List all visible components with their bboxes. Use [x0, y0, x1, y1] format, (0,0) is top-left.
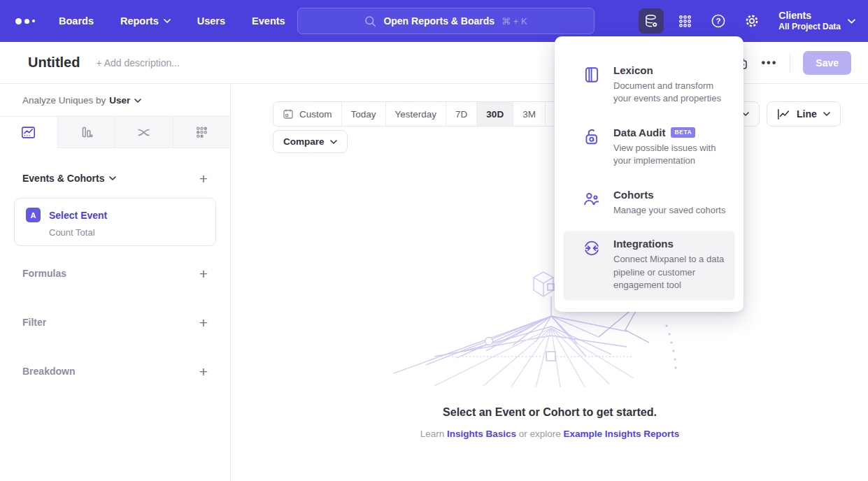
range-3m-label: 3M: [522, 109, 536, 120]
nav-item-users[interactable]: Users: [197, 15, 225, 27]
apps-grid-button[interactable]: [672, 8, 697, 34]
analyze-value: User: [109, 95, 130, 106]
header-divider: [790, 54, 790, 72]
section-breakdown: Breakdown +: [0, 347, 230, 396]
data-management-button[interactable]: [639, 8, 664, 34]
filter-label: Filter: [22, 317, 46, 328]
chevron-down-icon: [109, 176, 116, 180]
database-gear-icon: [643, 13, 660, 29]
range-7d-label: 7D: [455, 109, 467, 120]
tab-flow-chart[interactable]: [115, 117, 173, 148]
range-7d[interactable]: 7D: [446, 102, 476, 126]
project-switcher[interactable]: Clients All Project Data: [778, 10, 855, 33]
events-cohorts-label: Events & Cohorts: [22, 173, 104, 184]
menu-item-data-audit[interactable]: Data Audit BETA View possible issues wit…: [563, 120, 735, 176]
insights-basics-link[interactable]: Insights Basics: [447, 429, 516, 439]
mixpanel-logo[interactable]: [15, 18, 43, 24]
search-shortcut: ⌘ + K: [501, 16, 527, 27]
line-chart-tab-icon: [21, 125, 36, 140]
chevron-down-icon: [330, 140, 337, 144]
or-explore-text: or explore: [519, 429, 561, 439]
gear-icon: [744, 13, 760, 29]
chart-type-tabs: [0, 116, 230, 148]
data-audit-title: Data Audit: [613, 127, 665, 138]
tab-scatter-chart[interactable]: [173, 117, 231, 148]
insights-report-page: Boards Reports Users Events Open Reports…: [0, 0, 868, 481]
range-custom-label: Custom: [299, 109, 332, 120]
more-options-button[interactable]: •••: [761, 59, 777, 66]
settings-button[interactable]: [739, 8, 764, 34]
breakdown-label: Breakdown: [22, 366, 75, 377]
select-event-label[interactable]: Select Event: [49, 210, 107, 221]
events-cohorts-toggle[interactable]: Events & Cohorts: [22, 173, 116, 184]
add-filter-button[interactable]: +: [199, 315, 208, 330]
cohorts-description: Manage your saved cohorts: [613, 204, 725, 217]
primary-nav: Boards Reports Users Events: [59, 15, 285, 27]
range-custom[interactable]: Custom: [273, 102, 341, 126]
project-name: All Project Data: [778, 22, 841, 32]
event-letter-badge: A: [26, 208, 41, 222]
event-card-row: A Select Event: [26, 208, 215, 222]
event-card[interactable]: A Select Event Count Total: [14, 198, 216, 246]
report-title[interactable]: Untitled: [28, 55, 80, 71]
range-30d[interactable]: 30D: [476, 102, 513, 126]
header-actions: ••• Save: [734, 42, 851, 84]
compare-button[interactable]: Compare: [273, 130, 348, 153]
lexicon-title: Lexicon: [613, 64, 653, 76]
sidebar-sections: Formulas + Filter + Breakdown +: [0, 249, 230, 396]
chevron-down-icon: [164, 19, 171, 23]
count-total-label[interactable]: Count Total: [49, 227, 215, 238]
chart-type-dropdown[interactable]: Line: [767, 101, 841, 127]
analyze-row: Analyze Uniques by User: [0, 85, 230, 116]
nav-item-events[interactable]: Events: [252, 15, 285, 27]
calendar-icon: [283, 108, 294, 120]
add-description-field[interactable]: + Add description...: [96, 57, 179, 69]
bar-chart-tab-icon: [79, 125, 94, 140]
flow-tab-icon: [136, 125, 151, 140]
report-canvas: Custom Today Yesterday 7D 30D 3M 6M Comp…: [232, 85, 868, 481]
scatter-tab-icon: [194, 125, 209, 140]
date-range-selector: Custom Today Yesterday 7D 30D 3M 6M: [273, 101, 578, 127]
chevron-down-icon: [134, 99, 141, 103]
nav-item-events-label: Events: [252, 15, 285, 27]
menu-item-integrations[interactable]: Integrations Connect Mixpanel to a data …: [563, 231, 735, 300]
add-formula-button[interactable]: +: [199, 266, 208, 281]
add-breakdown-button[interactable]: +: [199, 364, 208, 379]
top-navbar: Boards Reports Users Events Open Reports…: [0, 0, 868, 42]
range-today-label: Today: [351, 109, 376, 120]
nav-item-boards[interactable]: Boards: [59, 15, 94, 27]
tab-bar-chart[interactable]: [57, 117, 115, 148]
data-management-menu: Lexicon Document and transform your even…: [555, 36, 744, 312]
lexicon-book-icon: [583, 64, 601, 106]
save-button[interactable]: Save: [803, 51, 851, 75]
analyze-prefix: Analyze Uniques by: [22, 95, 106, 106]
range-30d-label: 30D: [486, 109, 504, 120]
section-filter: Filter +: [0, 298, 230, 347]
tab-line-chart[interactable]: [0, 117, 57, 148]
formulas-label: Formulas: [22, 268, 66, 279]
data-audit-lock-icon: [583, 127, 601, 168]
search-icon: [364, 15, 376, 27]
analyze-value-dropdown[interactable]: User: [109, 95, 141, 106]
add-event-button[interactable]: +: [199, 171, 208, 186]
range-yesterday-label: Yesterday: [395, 109, 437, 120]
example-reports-link[interactable]: Example Insights Reports: [564, 429, 680, 439]
integrations-title: Integrations: [613, 238, 674, 250]
range-yesterday[interactable]: Yesterday: [385, 102, 446, 126]
nav-item-reports-label: Reports: [120, 15, 159, 27]
section-formulas: Formulas +: [0, 249, 230, 298]
range-today[interactable]: Today: [341, 102, 385, 126]
chart-type-label: Line: [797, 108, 817, 120]
menu-item-lexicon[interactable]: Lexicon Document and transform your even…: [563, 57, 735, 114]
chevron-down-icon: [848, 19, 855, 24]
range-3m[interactable]: 3M: [513, 102, 545, 126]
lexicon-description: Document and transform your events and p…: [613, 80, 728, 106]
events-cohorts-header: Events & Cohorts +: [22, 165, 208, 192]
beta-badge: BETA: [671, 127, 695, 138]
nav-item-reports[interactable]: Reports: [120, 15, 171, 27]
compare-label: Compare: [283, 136, 325, 147]
help-button[interactable]: ?: [706, 8, 731, 34]
global-search-button[interactable]: Open Reports & Boards ⌘ + K: [297, 8, 595, 34]
cohorts-people-icon: [583, 189, 601, 217]
menu-item-cohorts[interactable]: Cohorts Manage your saved cohorts: [563, 182, 735, 225]
